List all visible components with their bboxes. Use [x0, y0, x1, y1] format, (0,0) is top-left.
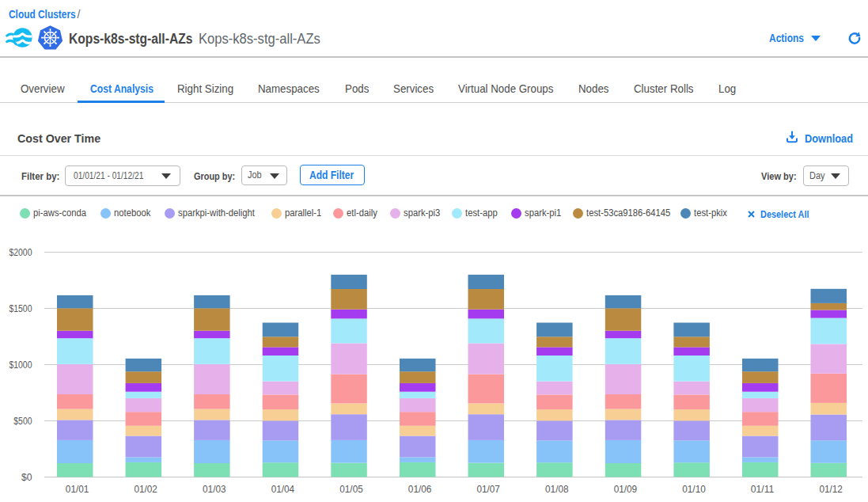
svg-text:01/10: 01/10	[682, 483, 706, 495]
svg-text:01/07: 01/07	[476, 483, 500, 495]
svg-text:01/09: 01/09	[614, 483, 638, 495]
svg-text:$1500: $1500	[9, 303, 32, 314]
svg-text:01/01: 01/01	[66, 483, 89, 495]
svg-text:$0: $0	[21, 472, 32, 483]
svg-text:01/12: 01/12	[819, 483, 843, 495]
svg-text:01/05: 01/05	[339, 483, 363, 495]
svg-text:01/02: 01/02	[134, 483, 157, 495]
svg-text:01/03: 01/03	[203, 483, 226, 495]
svg-text:01/04: 01/04	[271, 483, 295, 495]
svg-text:01/08: 01/08	[545, 483, 569, 495]
svg-text:$500: $500	[13, 416, 32, 427]
svg-text:01/11: 01/11	[751, 483, 775, 495]
svg-text:$1000: $1000	[9, 359, 32, 371]
svg-text:$2000: $2000	[9, 247, 32, 258]
svg-text:01/06: 01/06	[408, 483, 432, 495]
